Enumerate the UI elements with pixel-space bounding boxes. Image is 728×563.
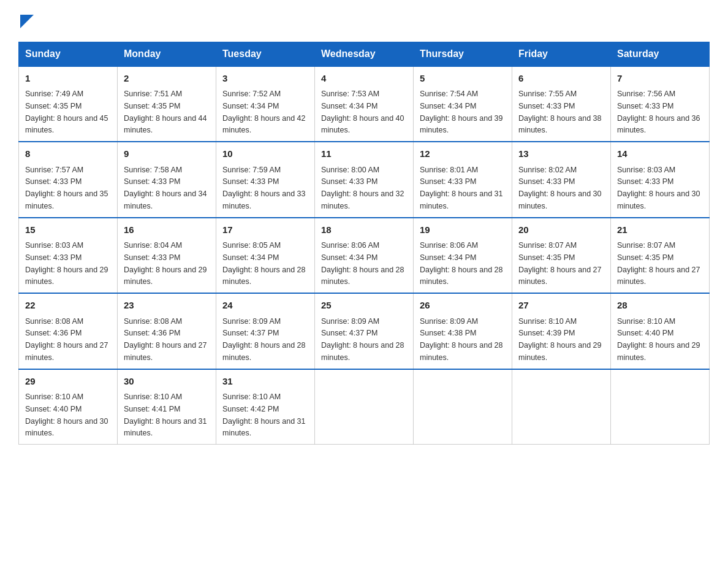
day-daylight: Daylight: 8 hours and 33 minutes.	[222, 190, 306, 210]
calendar-cell: 31 Sunrise: 8:10 AM Sunset: 4:42 PM Dayl…	[216, 369, 315, 445]
week-row-4: 22 Sunrise: 8:08 AM Sunset: 4:36 PM Dayl…	[19, 293, 710, 369]
day-daylight: Daylight: 8 hours and 34 minutes.	[124, 190, 207, 210]
day-sunrise: Sunrise: 8:06 AM	[321, 241, 379, 250]
day-daylight: Daylight: 8 hours and 28 minutes.	[222, 341, 306, 362]
calendar-cell: 18 Sunrise: 8:06 AM Sunset: 4:34 PM Dayl…	[315, 218, 414, 294]
day-sunset: Sunset: 4:33 PM	[25, 253, 82, 262]
day-sunset: Sunset: 4:34 PM	[321, 253, 377, 262]
day-daylight: Daylight: 8 hours and 44 minutes.	[124, 114, 207, 135]
day-sunrise: Sunrise: 8:10 AM	[617, 317, 675, 326]
logo	[18, 12, 34, 31]
day-daylight: Daylight: 8 hours and 28 minutes.	[222, 266, 306, 286]
day-sunset: Sunset: 4:33 PM	[518, 102, 575, 110]
calendar-table: SundayMondayTuesdayWednesdayThursdayFrid…	[18, 42, 710, 445]
day-sunset: Sunset: 4:33 PM	[124, 177, 180, 186]
day-sunrise: Sunrise: 7:51 AM	[124, 90, 182, 98]
day-sunrise: Sunrise: 8:04 AM	[124, 241, 182, 250]
calendar-cell: 30 Sunrise: 8:10 AM Sunset: 4:41 PM Dayl…	[118, 369, 216, 445]
day-sunrise: Sunrise: 8:07 AM	[518, 241, 577, 250]
week-row-2: 8 Sunrise: 7:57 AM Sunset: 4:33 PM Dayli…	[19, 142, 710, 218]
day-sunrise: Sunrise: 7:56 AM	[617, 90, 675, 98]
day-daylight: Daylight: 8 hours and 32 minutes.	[321, 190, 404, 210]
day-sunset: Sunset: 4:42 PM	[222, 405, 279, 413]
day-sunrise: Sunrise: 7:53 AM	[321, 90, 379, 98]
day-sunset: Sunset: 4:33 PM	[321, 177, 377, 186]
day-sunset: Sunset: 4:33 PM	[420, 177, 476, 186]
day-sunset: Sunset: 4:34 PM	[420, 253, 476, 262]
day-sunrise: Sunrise: 7:55 AM	[518, 90, 577, 98]
day-number: 22	[25, 299, 111, 313]
day-number: 21	[617, 223, 703, 237]
weekday-header-row: SundayMondayTuesdayWednesdayThursdayFrid…	[19, 42, 710, 66]
day-number: 2	[124, 72, 210, 86]
day-daylight: Daylight: 8 hours and 38 minutes.	[518, 114, 602, 135]
day-number: 25	[321, 299, 407, 313]
day-number: 5	[420, 72, 506, 86]
day-daylight: Daylight: 8 hours and 35 minutes.	[25, 190, 108, 210]
logo-triangle-icon	[20, 15, 34, 28]
day-number: 1	[25, 72, 111, 86]
calendar-cell: 28 Sunrise: 8:10 AM Sunset: 4:40 PM Dayl…	[611, 293, 710, 369]
day-sunrise: Sunrise: 8:08 AM	[124, 317, 182, 326]
weekday-header-monday: Monday	[118, 42, 216, 66]
day-sunset: Sunset: 4:38 PM	[420, 329, 476, 337]
calendar-cell	[414, 369, 512, 445]
calendar-cell: 22 Sunrise: 8:08 AM Sunset: 4:36 PM Dayl…	[19, 293, 118, 369]
day-daylight: Daylight: 8 hours and 36 minutes.	[617, 114, 700, 135]
day-daylight: Daylight: 8 hours and 27 minutes.	[124, 341, 207, 362]
day-sunset: Sunset: 4:34 PM	[222, 102, 279, 110]
day-sunset: Sunset: 4:35 PM	[617, 253, 673, 262]
day-daylight: Daylight: 8 hours and 30 minutes.	[617, 190, 700, 210]
weekday-header-sunday: Sunday	[19, 42, 118, 66]
day-number: 10	[222, 147, 308, 161]
page-header	[18, 12, 710, 31]
day-number: 29	[25, 375, 111, 389]
day-number: 12	[420, 147, 506, 161]
calendar-cell: 23 Sunrise: 8:08 AM Sunset: 4:36 PM Dayl…	[118, 293, 216, 369]
day-daylight: Daylight: 8 hours and 28 minutes.	[420, 266, 503, 286]
day-daylight: Daylight: 8 hours and 30 minutes.	[518, 190, 602, 210]
day-sunrise: Sunrise: 8:00 AM	[321, 166, 379, 174]
day-daylight: Daylight: 8 hours and 45 minutes.	[25, 114, 108, 135]
calendar-cell: 2 Sunrise: 7:51 AM Sunset: 4:35 PM Dayli…	[118, 66, 216, 142]
weekday-header-wednesday: Wednesday	[315, 42, 414, 66]
day-daylight: Daylight: 8 hours and 31 minutes.	[222, 417, 306, 438]
day-sunrise: Sunrise: 8:03 AM	[25, 241, 83, 250]
calendar-cell: 3 Sunrise: 7:52 AM Sunset: 4:34 PM Dayli…	[216, 66, 315, 142]
calendar-cell: 10 Sunrise: 7:59 AM Sunset: 4:33 PM Dayl…	[216, 142, 315, 218]
day-sunset: Sunset: 4:36 PM	[124, 329, 180, 337]
day-number: 24	[222, 299, 308, 313]
calendar-cell: 14 Sunrise: 8:03 AM Sunset: 4:33 PM Dayl…	[611, 142, 710, 218]
day-daylight: Daylight: 8 hours and 29 minutes.	[617, 341, 700, 362]
calendar-cell: 26 Sunrise: 8:09 AM Sunset: 4:38 PM Dayl…	[414, 293, 512, 369]
day-sunset: Sunset: 4:35 PM	[25, 102, 82, 110]
day-daylight: Daylight: 8 hours and 28 minutes.	[420, 341, 503, 362]
day-sunset: Sunset: 4:34 PM	[321, 102, 377, 110]
calendar-cell	[512, 369, 611, 445]
weekday-header-thursday: Thursday	[414, 42, 512, 66]
calendar-cell: 8 Sunrise: 7:57 AM Sunset: 4:33 PM Dayli…	[19, 142, 118, 218]
calendar-cell: 15 Sunrise: 8:03 AM Sunset: 4:33 PM Dayl…	[19, 218, 118, 294]
day-number: 17	[222, 223, 308, 237]
day-number: 7	[617, 72, 703, 86]
calendar-cell: 24 Sunrise: 8:09 AM Sunset: 4:37 PM Dayl…	[216, 293, 315, 369]
day-sunset: Sunset: 4:37 PM	[321, 329, 377, 337]
day-daylight: Daylight: 8 hours and 40 minutes.	[321, 114, 404, 135]
day-sunrise: Sunrise: 8:09 AM	[321, 317, 379, 326]
day-sunset: Sunset: 4:35 PM	[124, 102, 180, 110]
day-sunset: Sunset: 4:39 PM	[518, 329, 575, 337]
day-sunrise: Sunrise: 8:05 AM	[222, 241, 281, 250]
calendar-cell: 4 Sunrise: 7:53 AM Sunset: 4:34 PM Dayli…	[315, 66, 414, 142]
day-sunset: Sunset: 4:40 PM	[25, 405, 82, 413]
day-number: 20	[518, 223, 604, 237]
calendar-cell: 19 Sunrise: 8:06 AM Sunset: 4:34 PM Dayl…	[414, 218, 512, 294]
week-row-5: 29 Sunrise: 8:10 AM Sunset: 4:40 PM Dayl…	[19, 369, 710, 445]
day-number: 4	[321, 72, 407, 86]
day-sunset: Sunset: 4:37 PM	[222, 329, 279, 337]
day-sunrise: Sunrise: 8:03 AM	[617, 166, 675, 174]
day-sunset: Sunset: 4:33 PM	[518, 177, 575, 186]
day-number: 19	[420, 223, 506, 237]
day-sunrise: Sunrise: 8:09 AM	[420, 317, 478, 326]
weekday-header-saturday: Saturday	[611, 42, 710, 66]
day-number: 23	[124, 299, 210, 313]
